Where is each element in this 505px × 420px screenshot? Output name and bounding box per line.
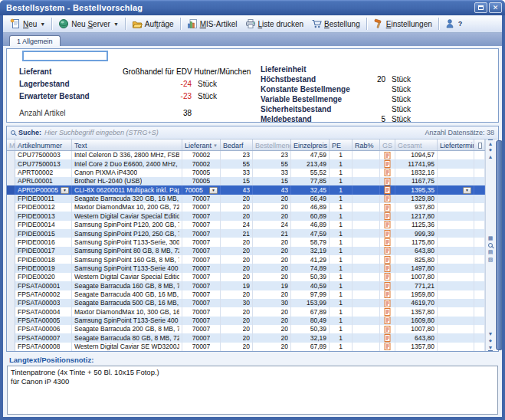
table-row[interactable]: FPIDE00013Western Digital Caviar Special… (7, 212, 485, 220)
toolbar-button-neu[interactable]: Neu▼ (6, 16, 49, 31)
cell (7, 299, 15, 307)
scroll-down-icon[interactable]: ▼ (488, 330, 494, 337)
column-header-label: Bedarf (223, 142, 244, 149)
table-row[interactable]: CPU77500003Intel Celeron D 336, 2800 MHz… (7, 151, 485, 159)
cell-text: FPIDE00012 (18, 203, 55, 212)
scroll-diamond-up-icon[interactable]: ◆ (489, 146, 492, 153)
cell: 70007 (182, 255, 221, 264)
dropdown-button[interactable]: ▼ (61, 187, 69, 194)
table-row[interactable]: CPU77500013Intel Core 2 Duo E6600, 2400 … (7, 159, 485, 168)
close-button[interactable]: ✕ (489, 2, 502, 13)
scroll-up-icon[interactable]: ▲ (488, 153, 494, 160)
table-row[interactable]: FPIDE00012Maxtor DiamondMax 10, 200 GB, … (7, 203, 485, 212)
table-row[interactable]: FPIDE00016Samsung SpinPoint T133-Serie, … (7, 238, 485, 246)
cell: 30 (221, 299, 253, 307)
column-header-gs[interactable]: GS (380, 139, 395, 150)
cell-text: 43 (281, 186, 288, 195)
scroll-diamond-down-icon[interactable]: ◆ (489, 337, 492, 344)
dropdown-arrow-icon[interactable]: ▼ (113, 21, 119, 27)
column-header-lieferant[interactable]: Lieferant▼ (182, 139, 221, 150)
cell (353, 273, 380, 281)
column-header-liefertermin[interactable]: Liefertermin (438, 139, 474, 150)
cell (7, 247, 15, 255)
quick-entry-input[interactable] (22, 51, 108, 61)
table-row[interactable]: FPSATA00003Seagate Barracuda 500 GB, 16 … (7, 299, 485, 307)
gs-document-icon (384, 317, 391, 324)
toolbar-button-liste-drucken[interactable]: Liste drucken (241, 16, 307, 31)
cell-text: 1007,80 (411, 325, 434, 333)
table-row[interactable]: FPIDE00011Seagate Barracuda 320 GB, 16 M… (7, 195, 485, 203)
toolbar-button-einstellungen[interactable]: Einstellungen (369, 16, 436, 31)
table-row[interactable]: FPIDE00020Western Digital Caviar Special… (7, 273, 485, 281)
table-row[interactable]: APRDP00005▼CLI-8X 06200011 Multipack ink… (7, 185, 485, 194)
cell (353, 343, 380, 351)
notes-textarea[interactable]: Tintenpatrone (4x Tinte + 50 Bl. 10x15 F… (7, 366, 498, 415)
cell-text: 213,49 (307, 160, 326, 169)
cell-text: Samsung SpinPoint T133-Serie 400 GB, 720… (74, 317, 179, 325)
column-header-gesamt[interactable]: Gesamt (395, 139, 438, 150)
cell: 41,29 (291, 255, 330, 264)
column-header-text[interactable]: Text (72, 139, 182, 150)
table-row[interactable]: FPIDE00019Samsung SpinPoint T133-Serie 4… (7, 264, 485, 272)
table-row[interactable]: FPSATA00005Samsung SpinPoint T133-Serie … (7, 317, 485, 325)
scroll-first-icon[interactable]: ▲ (488, 139, 494, 146)
grid-filter-icon[interactable]: ▧ (488, 257, 494, 263)
cell-text: 19 (243, 282, 250, 290)
table-row[interactable]: FPIDE00015Samsung SpinPoint P120, 250 GB… (7, 229, 485, 238)
gs-cell (380, 203, 395, 212)
dropdown-button[interactable]: ▼ (209, 187, 218, 194)
cell-text: Seagate Barracuda 80 GB, 8 MB, 7200, NCQ (74, 334, 179, 343)
table-row[interactable]: APRL00001Brother HL-2040 (USB)7000515157… (7, 177, 485, 185)
tab-allgemein[interactable]: 1 Allgemein (9, 35, 61, 46)
column-header-bedarf[interactable]: Bedarf (221, 139, 253, 150)
cell: 21 (221, 229, 253, 238)
cell-text: 70005 (192, 169, 211, 177)
table-row[interactable]: FPIDE00014Samsung SpinPoint P120, 200 GB… (7, 221, 485, 229)
toolbar-button-auftr-ge[interactable]: Aufträge (128, 16, 178, 31)
cell (353, 333, 380, 342)
cell: FPSATA00005 (15, 317, 72, 325)
cell (353, 281, 380, 290)
cell-text: 20 (243, 195, 250, 203)
help-button[interactable]: ? (441, 16, 467, 31)
table-row[interactable]: FPSATA00002Seagate Barracuda 400 GB, 16 … (7, 290, 485, 299)
table-row[interactable]: FPSATA00001Seagate Barracuda 160 GB, 8 M… (7, 281, 485, 290)
cell-text: 1832,16 (411, 169, 434, 177)
table-row[interactable]: APRT00002Canon PIXMA iP430070005333355,5… (7, 169, 485, 177)
cell: FPIDE00018 (15, 255, 72, 264)
cell: 20 (253, 307, 291, 316)
column-header-artikelnummer[interactable]: Artikelnummer (15, 139, 72, 150)
column-chooser-icon[interactable]: ▦ (488, 235, 494, 241)
column-header-layout[interactable] (474, 139, 485, 150)
column-header-pe[interactable]: PE (330, 139, 353, 150)
column-header-rab[interactable]: Rab% (353, 139, 380, 150)
column-header-einzelpreis[interactable]: Einzelpreis (291, 139, 330, 150)
cell (353, 203, 380, 212)
table-row[interactable]: FPSATA00004Maxtor DiamondMax 10, 300 GB,… (7, 307, 485, 316)
table-row[interactable]: FPIDE00018Samsung SpinPoint 160 GB, 8 MB… (7, 255, 485, 264)
grid-view-icon[interactable]: ▤ (488, 249, 494, 255)
column-header-bestellmenge[interactable]: Bestellmenge (253, 139, 291, 150)
toolbar-button-neu-server[interactable]: Neu Server▼ (54, 16, 123, 31)
toolbar-button-bestellung[interactable]: Bestellung (307, 16, 364, 31)
table-row[interactable]: FPSATA00008Western Digital Caviar SE WD3… (7, 343, 485, 351)
column-header-m[interactable]: M (7, 139, 15, 150)
cell-text: 1329,80 (411, 195, 434, 203)
scroll-last-icon[interactable]: ▼ (488, 344, 494, 351)
table-row[interactable]: FPSATA00007Seagate Barracuda 80 GB, 8 MB… (7, 333, 485, 342)
toolbar-button-mis-artikel[interactable]: MIS-Artikel (183, 16, 241, 31)
dropdown-arrow-icon[interactable]: ▼ (40, 21, 45, 27)
cell-text: 1357,80 (411, 343, 434, 351)
grid-search-icon[interactable] (488, 243, 493, 248)
cell-text: 70005 (192, 177, 211, 185)
cell (474, 229, 485, 238)
table-row[interactable]: FPIDE00017Samsung SpinPoint 80 GB, 8 MB,… (7, 247, 485, 255)
cell: 1217,80 (395, 212, 438, 220)
table-row[interactable]: FPSATA00006Seagate Barracuda 200 GB, 8 M… (7, 325, 485, 333)
restore-button[interactable] (474, 2, 487, 13)
cell: 20 (221, 343, 253, 351)
dropdown-button[interactable]: ▼ (463, 187, 471, 194)
cell (474, 264, 485, 272)
vertical-scrollbar[interactable] (496, 140, 502, 350)
search-input[interactable]: Hier Suchbegriff eingeben (STRG+S) (44, 129, 421, 136)
